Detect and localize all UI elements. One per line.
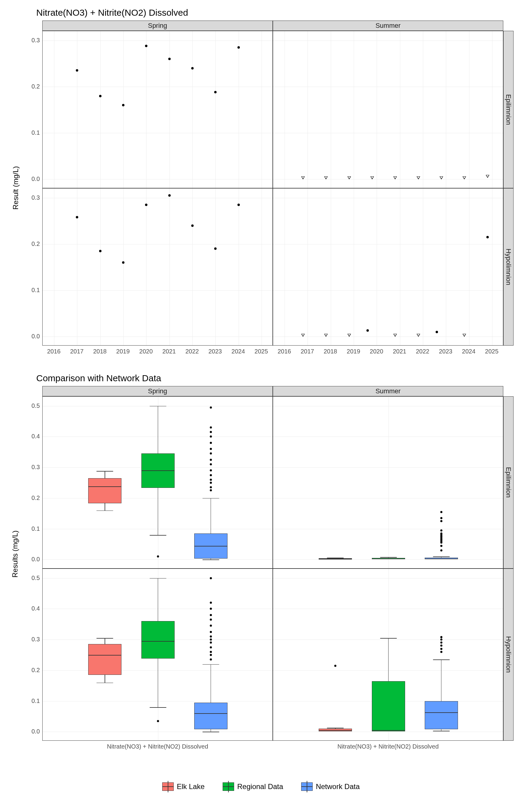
y-tick-label: 0.2 <box>16 83 40 90</box>
y-tick-label: 0.1 <box>16 129 40 136</box>
y-tick-label: 0.1 <box>16 697 40 704</box>
data-point <box>122 104 124 106</box>
x-tick-label: 2019 <box>347 348 360 355</box>
boxplot-network-data <box>425 397 458 569</box>
x-tick-label: 2020 <box>370 348 383 355</box>
boxplot-network-data <box>425 569 458 741</box>
y-tick-label: 0.3 <box>16 464 40 471</box>
data-point <box>486 236 489 238</box>
x-tick-label: 2017 <box>301 348 314 355</box>
boxplot-regional-data <box>372 397 405 569</box>
data-point <box>76 216 78 218</box>
y-tick-label: 0.2 <box>16 240 40 247</box>
data-point <box>145 45 147 47</box>
x-category-label: Nitrate(NO3) + Nitrite(NO2) Dissolved <box>107 743 208 750</box>
data-point <box>301 177 305 179</box>
legend-swatch-elk <box>162 783 174 791</box>
col-strip-spring: Spring <box>42 21 273 31</box>
data-point <box>214 91 217 93</box>
chart2-grid: Spring Summer Epilimnion Hypolimnion <box>42 386 514 741</box>
chart1-ylabel: Result (mg/L) <box>12 166 20 210</box>
data-point <box>324 177 328 179</box>
data-point <box>393 334 397 337</box>
panel2-summer-epi <box>273 396 503 569</box>
x-tick-label: 2024 <box>462 348 476 355</box>
x-tick-label: 2022 <box>185 348 199 355</box>
data-point <box>324 334 328 337</box>
data-point <box>417 177 420 179</box>
x-tick-label: 2023 <box>208 348 222 355</box>
legend-swatch-network <box>301 783 313 791</box>
boxplot-network-data <box>194 569 227 741</box>
legend: Elk Lake Regional Data Network Data <box>0 783 522 791</box>
data-point <box>486 175 489 178</box>
boxplot-network-data <box>194 397 227 569</box>
data-point <box>347 334 351 337</box>
panel2-summer-hypo <box>273 569 503 741</box>
x-tick-label: 2024 <box>232 348 245 355</box>
chart1-grid: Spring Summer Epilimnion Hypolimnion <box>42 21 514 346</box>
legend-label-regional: Regional Data <box>237 783 283 791</box>
y-tick-label: 0.2 <box>16 666 40 673</box>
row-strip-epi: Epilimnion <box>503 31 514 188</box>
x-tick-label: 2025 <box>255 348 268 355</box>
boxplot-elk-lake <box>88 569 121 741</box>
legend-label-network: Network Data <box>316 783 360 791</box>
x-tick-label: 2018 <box>93 348 107 355</box>
col-strip-summer: Summer <box>273 21 503 31</box>
data-point <box>417 334 420 337</box>
data-point <box>168 194 171 197</box>
data-point <box>99 95 101 97</box>
data-point <box>214 247 217 250</box>
y-tick-label: 0.3 <box>16 636 40 643</box>
y-tick-label: 0.4 <box>16 433 40 440</box>
data-point <box>237 46 240 49</box>
data-point <box>347 177 351 179</box>
x-tick-label: 2016 <box>47 348 61 355</box>
row-strip-hypo: Hypolimnion <box>503 188 514 346</box>
data-point <box>99 250 101 252</box>
x-tick-label: 2019 <box>116 348 130 355</box>
x-category-label: Nitrate(NO3) + Nitrite(NO2) Dissolved <box>337 743 439 750</box>
panel-summer-hypo <box>273 188 503 346</box>
data-point <box>191 224 194 227</box>
data-point <box>301 334 305 337</box>
y-tick-label: 0.0 <box>16 556 40 563</box>
legend-swatch-regional <box>223 783 234 791</box>
legend-elk: Elk Lake <box>162 783 204 791</box>
boxplot-elk-lake <box>319 569 352 741</box>
y-tick-label: 0.1 <box>16 525 40 532</box>
x-tick-label: 2017 <box>70 348 84 355</box>
boxplot-regional-data <box>372 569 405 741</box>
data-point <box>440 177 443 179</box>
chart1-title: Nitrate(NO3) + Nitrite(NO2) Dissolved <box>36 7 188 18</box>
boxplot-regional-data <box>141 569 175 741</box>
data-point <box>76 69 78 72</box>
boxplot-elk-lake <box>319 397 352 569</box>
data-point <box>145 204 147 206</box>
y-tick-label: 0.0 <box>16 333 40 340</box>
legend-regional: Regional Data <box>223 783 283 791</box>
data-point <box>122 261 124 264</box>
boxplot-elk-lake <box>88 397 121 569</box>
y-tick-label: 0.3 <box>16 37 40 43</box>
x-tick-label: 2018 <box>324 348 337 355</box>
y-tick-label: 0.0 <box>16 728 40 735</box>
row-strip-epi2: Epilimnion <box>503 396 514 569</box>
x-tick-label: 2022 <box>416 348 429 355</box>
chart2-ylabel: Results (mg/L) <box>11 530 19 577</box>
x-tick-label: 2023 <box>439 348 453 355</box>
x-tick-label: 2021 <box>393 348 406 355</box>
y-tick-label: 0.2 <box>16 494 40 501</box>
legend-label-elk: Elk Lake <box>177 783 204 791</box>
panel-summer-epi <box>273 31 503 188</box>
panel-spring-epi <box>42 31 273 188</box>
panel-spring-hypo <box>42 188 273 346</box>
data-point <box>370 177 374 179</box>
col-strip-spring2: Spring <box>42 386 273 396</box>
y-tick-label: 0.0 <box>16 176 40 182</box>
data-point <box>366 329 369 332</box>
data-point <box>462 334 466 337</box>
y-tick-label: 0.3 <box>16 194 40 201</box>
row-strip-hypo2: Hypolimnion <box>503 569 514 741</box>
